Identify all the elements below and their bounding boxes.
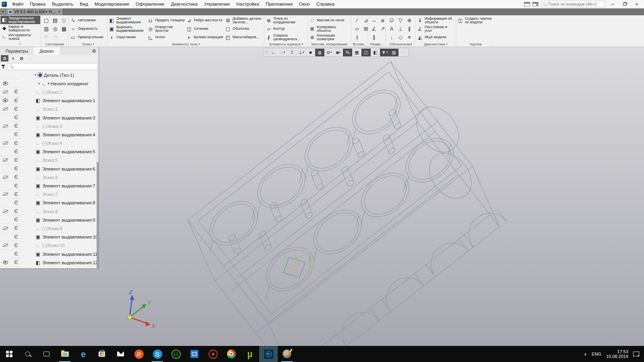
cmd-8-2[interactable]: ◭МЦХ модели [417, 33, 454, 41]
eye-hidden-icon[interactable] [3, 107, 8, 111]
window-split-icon[interactable] [533, 2, 539, 6]
command-search-input[interactable] [547, 2, 603, 7]
taskbar-skype-icon[interactable]: S [148, 346, 167, 362]
aux-grid-icon[interactable]: ⊞ [361, 25, 368, 33]
wireframe-display-button[interactable]: ◍ [315, 49, 324, 56]
restore-button[interactable] [620, 1, 630, 8]
save-icon[interactable]: ▦ [60, 16, 68, 25]
eye-hidden-icon[interactable] [3, 175, 8, 179]
taskbar-kompas-icon[interactable]: K [259, 346, 278, 362]
cmd-2-2[interactable]: ⊿Ребро жесткости [186, 16, 224, 25]
quick-edit-button[interactable]: ∕ [398, 49, 408, 56]
tree-scrollbar[interactable] [97, 47, 99, 268]
tree-item-row[interactable]: ∈∟Эскиз:7 [0, 190, 99, 199]
dropdown-icon[interactable]: ▾ [386, 51, 388, 54]
command-search[interactable] [541, 1, 605, 7]
include-icon[interactable]: ∈ [14, 140, 18, 146]
sketch-mode-button[interactable]: ∟ [269, 49, 278, 56]
tree-item-row[interactable]: ∈∟ [0, 267, 99, 268]
aux-line-icon[interactable]: ∕ [353, 16, 361, 25]
aux-plane-icon[interactable]: ⊿ [361, 16, 368, 25]
cmd-2-0[interactable]: ◧Элемент выдавливания [109, 16, 147, 25]
redo-icon[interactable]: ↷ [51, 33, 60, 41]
include-icon[interactable]: ∈ [14, 268, 18, 268]
orientation-button[interactable]: ⇧ [287, 49, 297, 56]
tree-item-row[interactable]: ∈▣Элемент выдавливания:5 [0, 148, 99, 156]
cmd-2-3[interactable]: ⊞Добавить деталь-заготов... [225, 16, 263, 25]
cmd-4-2[interactable]: ⊛Коллекция геометрии [309, 33, 350, 41]
eye-hidden-icon[interactable] [3, 226, 8, 230]
include-icon[interactable]: ∈ [14, 166, 18, 171]
menu-приложения[interactable]: Приложения [262, 0, 296, 8]
tree-item-row[interactable]: ∈∟Эскиз:6 [0, 173, 99, 181]
taskbar-edge-icon[interactable]: e [74, 346, 93, 362]
base-point-icon[interactable]: ⊕ [405, 16, 414, 25]
tree-extra-view-icon[interactable]: ▫ [26, 55, 34, 62]
include-icon[interactable]: ∈ [14, 191, 18, 197]
dropdown-icon[interactable]: ▾ [330, 51, 332, 54]
cmd-4-0[interactable]: ∷Массив по сетке [309, 16, 350, 25]
tree-item-row[interactable]: ∈▣Элемент выдавливания:3 [0, 113, 99, 122]
menu-окно[interactable]: Окно [296, 0, 313, 8]
menu-выделить[interactable]: Выделить [49, 0, 76, 8]
taskbar-chrome-icon[interactable] [222, 346, 241, 362]
coordinate-systems-button[interactable]: ⊥▾ [297, 49, 306, 56]
eye-visible-icon[interactable] [3, 99, 8, 102]
tree-search-input[interactable] [8, 63, 98, 70]
tree-item-row[interactable]: ∈∟Эскиз:2 [0, 105, 99, 113]
linear-dimension-icon[interactable]: ↔ [369, 16, 378, 25]
taskbar-store-icon[interactable] [93, 346, 111, 362]
include-icon[interactable]: ∈ [14, 106, 18, 112]
include-icon[interactable]: ∈ [14, 183, 18, 189]
tree-item-row[interactable]: ∈∟(-)Эскиз:3 [0, 122, 99, 130]
include-icon[interactable]: ∈ [14, 208, 18, 214]
section-dropdown-icon[interactable]: ▾ [199, 43, 200, 46]
taskbar-r-app-icon[interactable]: R [130, 346, 148, 362]
aux-axis-icon[interactable]: ∤ [353, 33, 361, 41]
menu-вид[interactable]: Вид [76, 0, 91, 8]
include-icon[interactable]: ∈ [14, 123, 18, 129]
isolate-button[interactable]: ▥ [389, 49, 398, 56]
tree-item-row[interactable]: ∈▣Элемент выдавливания:11 [0, 250, 99, 258]
tree-item-row[interactable]: ∈∟Эскиз:5 [0, 156, 99, 165]
tree-item-row[interactable]: ∈▣Элемент выдавливания:9 [0, 216, 99, 224]
cmd-3-2[interactable]: ∮Спираль цилиндрическ... [266, 33, 306, 41]
cmd-2-1[interactable]: ⊔Придать толщину [147, 16, 185, 25]
eye-hidden-icon[interactable] [3, 210, 8, 213]
zoom-button[interactable]: ◌▾ [278, 49, 287, 56]
include-icon[interactable]: ∈ [14, 157, 18, 163]
tree-item-row[interactable]: ∈∟(-)Эскиз:10 [0, 241, 99, 250]
include-icon[interactable]: ∈ [14, 200, 18, 206]
tree-order-view-icon[interactable]: ≡ [9, 55, 17, 62]
taskbar-video-app-icon[interactable] [185, 346, 204, 362]
include-icon[interactable]: ∈ [14, 259, 18, 265]
eye-hidden-icon[interactable] [3, 158, 8, 162]
dropdown-icon[interactable]: ▾ [339, 51, 341, 54]
save-as-icon[interactable]: ▩ [60, 25, 68, 33]
rhomb-mark-icon[interactable]: ◇ [396, 33, 405, 41]
eye-hidden-icon[interactable] [3, 124, 8, 128]
clock[interactable]: 17:5310.08.2019 [606, 349, 628, 359]
tree-item-row[interactable]: ∈▣Элемент выдавливания:10 [0, 233, 99, 241]
tree-item-row[interactable]: ∈▣Элемент выдавливания:8 [0, 199, 99, 207]
close-button[interactable]: × [632, 1, 642, 8]
include-icon[interactable]: ∈ [14, 132, 18, 137]
datum-icon[interactable]: ∅ [387, 16, 396, 25]
cmd-1-0[interactable]: ∿Автолиния [70, 16, 106, 25]
menu-правка[interactable]: Правка [27, 0, 49, 8]
cmd-9-0[interactable]: ◫Создать чертеж по модели [457, 16, 494, 25]
filter-icon[interactable] [1, 64, 6, 70]
include-icon[interactable]: ∈ [14, 174, 18, 180]
eye-visible-icon[interactable] [3, 261, 8, 264]
taskbar-explorer-icon[interactable] [56, 346, 74, 362]
tree-item-row[interactable]: ∈◧Элемент выдавливания:1 [0, 97, 99, 105]
eye-visible-icon[interactable] [3, 82, 8, 85]
menu-управление[interactable]: Управление [201, 0, 233, 8]
tree-root-row[interactable]: ▾Деталь (Тел-1) [0, 71, 99, 79]
tree-origin-row[interactable]: ▸∟●Начало координат [0, 79, 99, 88]
taskbar-search-icon[interactable] [19, 346, 37, 362]
hide-objects-button[interactable]: ⊘▾ [324, 49, 334, 56]
eye-hidden-icon[interactable] [3, 192, 8, 196]
taskbar-gimp-icon[interactable] [278, 346, 296, 362]
undo-icon[interactable]: ↶ [42, 33, 51, 41]
